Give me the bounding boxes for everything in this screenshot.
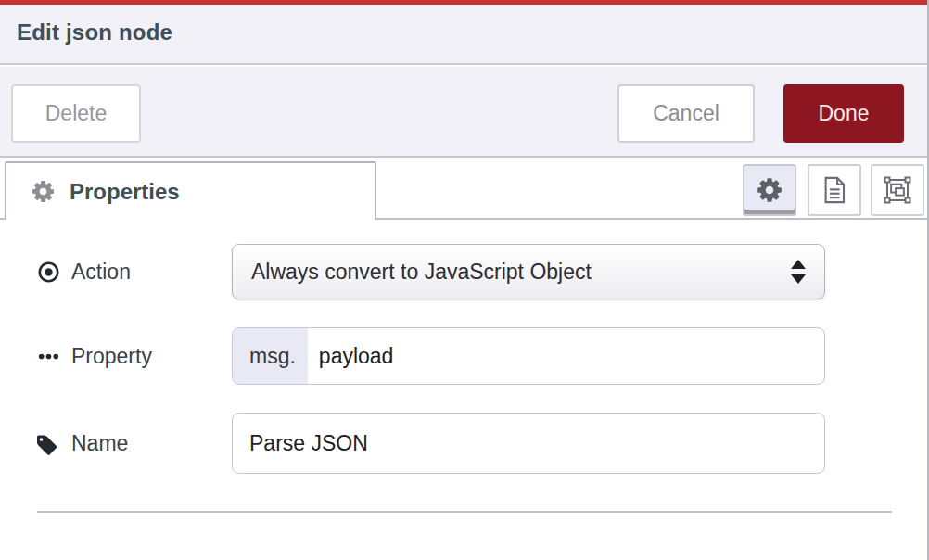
dialog-toolbar: Delete Cancel Done bbox=[0, 67, 927, 158]
name-input-value: Parse JSON bbox=[249, 431, 368, 456]
dot-circle-icon bbox=[37, 261, 60, 284]
action-select[interactable]: Always convert to JavaScript Object bbox=[232, 244, 825, 299]
property-input[interactable]: msg. payload bbox=[232, 327, 825, 385]
action-row: Action Always convert to JavaScript Obje… bbox=[0, 244, 927, 299]
delete-button[interactable]: Delete bbox=[11, 84, 141, 143]
cog-icon bbox=[31, 179, 56, 204]
tab-bar: Properties bbox=[0, 158, 927, 220]
msg-prefix-badge[interactable]: msg. bbox=[233, 328, 308, 384]
dialog-header: Edit json node bbox=[0, 5, 927, 65]
property-label: Property bbox=[37, 327, 152, 385]
appearance-button[interactable] bbox=[871, 164, 924, 216]
cancel-button[interactable]: Cancel bbox=[617, 84, 755, 143]
tab-properties-label: Properties bbox=[70, 179, 180, 205]
file-icon bbox=[821, 176, 848, 204]
tag-icon bbox=[37, 432, 60, 455]
cog-icon bbox=[756, 176, 783, 204]
description-button[interactable] bbox=[808, 164, 861, 216]
section-divider bbox=[37, 511, 892, 513]
node-settings-button[interactable] bbox=[743, 164, 796, 216]
name-row: Name Parse JSON bbox=[0, 413, 927, 474]
name-label: Name bbox=[37, 413, 128, 474]
appearance-icon bbox=[884, 176, 911, 204]
done-button[interactable]: Done bbox=[783, 84, 904, 143]
select-arrows-icon bbox=[791, 260, 806, 284]
action-label: Action bbox=[37, 244, 131, 299]
name-input[interactable]: Parse JSON bbox=[232, 413, 825, 474]
property-input-value[interactable]: payload bbox=[308, 328, 824, 384]
dialog-title: Edit json node bbox=[17, 19, 172, 45]
ellipsis-icon bbox=[37, 345, 60, 368]
edit-json-node-dialog: Edit json node Delete Cancel Done Proper… bbox=[0, 0, 929, 560]
property-row: Property msg. payload bbox=[0, 327, 927, 385]
tab-properties[interactable]: Properties bbox=[5, 161, 376, 220]
action-select-value: Always convert to JavaScript Object bbox=[251, 260, 592, 285]
